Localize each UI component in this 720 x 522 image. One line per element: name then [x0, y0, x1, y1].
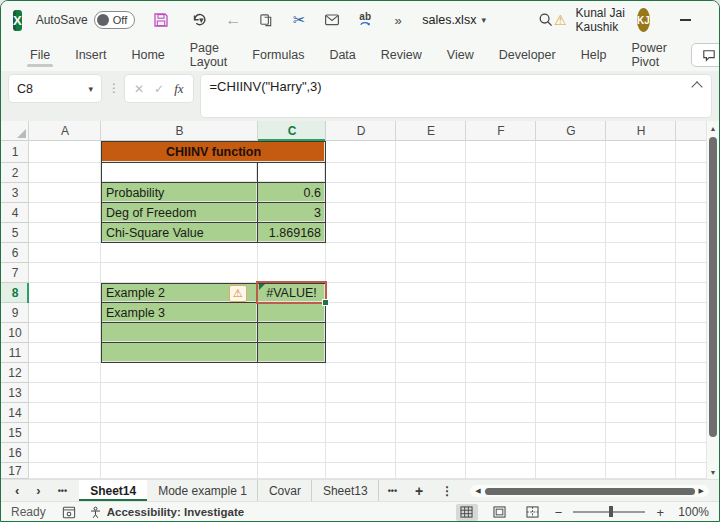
- cell-D4[interactable]: [326, 203, 396, 223]
- cell-F9[interactable]: [466, 303, 536, 323]
- cell-A14[interactable]: [29, 403, 101, 423]
- cell-G1[interactable]: [536, 141, 606, 163]
- horizontal-scroll-thumb[interactable]: [485, 488, 695, 495]
- cell-A3[interactable]: [29, 183, 101, 203]
- cell-B16[interactable]: [101, 443, 258, 463]
- tab-insert[interactable]: Insert: [74, 44, 107, 66]
- cell-C17[interactable]: [258, 463, 326, 479]
- autosave-toggle[interactable]: Off: [94, 11, 135, 29]
- cell-A8[interactable]: [29, 283, 101, 303]
- zoom-slider-thumb[interactable]: [609, 506, 613, 517]
- search-icon[interactable]: [538, 10, 554, 30]
- cell-H3[interactable]: [606, 183, 676, 203]
- cell-D7[interactable]: [326, 263, 396, 283]
- cell-G15[interactable]: [536, 423, 606, 443]
- cell-E11[interactable]: [396, 343, 466, 363]
- cell-C9[interactable]: [258, 303, 326, 323]
- cell-F16[interactable]: [466, 443, 536, 463]
- cell-D16[interactable]: [326, 443, 396, 463]
- cell-E3[interactable]: [396, 183, 466, 203]
- cell-A15[interactable]: [29, 423, 101, 443]
- cell-D5[interactable]: [326, 223, 396, 243]
- vertical-scrollbar[interactable]: ▲ ▼: [706, 121, 719, 479]
- cell-F5[interactable]: [466, 223, 536, 243]
- cell-E8[interactable]: [396, 283, 466, 303]
- cell-H4[interactable]: [606, 203, 676, 223]
- accessibility-label[interactable]: Accessibility: Investigate: [107, 506, 244, 518]
- cell-H2[interactable]: [606, 163, 676, 183]
- cell-F8[interactable]: [466, 283, 536, 303]
- macro-record-icon[interactable]: [62, 506, 76, 519]
- save-icon[interactable]: [151, 10, 171, 30]
- normal-view-button[interactable]: [456, 504, 478, 521]
- cell-G8[interactable]: [536, 283, 606, 303]
- minimize-button[interactable]: [664, 1, 706, 39]
- cell-A16[interactable]: [29, 443, 101, 463]
- cell-D14[interactable]: [326, 403, 396, 423]
- undo-dropdown-icon[interactable]: ▾: [199, 15, 204, 25]
- spelling-icon[interactable]: ab: [355, 10, 375, 30]
- sheet-tab-covar[interactable]: Covar: [258, 480, 312, 501]
- cell-F3[interactable]: [466, 183, 536, 203]
- document-title[interactable]: sales.xlsx ▾: [422, 13, 486, 27]
- avatar[interactable]: KJ: [637, 8, 650, 32]
- cell-F6[interactable]: [466, 243, 536, 263]
- cell-H16[interactable]: [606, 443, 676, 463]
- cell-E17[interactable]: [396, 463, 466, 479]
- cell-D1[interactable]: [326, 141, 396, 163]
- column-header-H[interactable]: H: [606, 121, 676, 141]
- row-header-6[interactable]: 6: [1, 243, 29, 263]
- cell-G3[interactable]: [536, 183, 606, 203]
- sheet-options-icon[interactable]: ⋮: [432, 480, 462, 501]
- row-header-16[interactable]: 16: [1, 443, 29, 463]
- cell-C15[interactable]: [258, 423, 326, 443]
- cell-F14[interactable]: [466, 403, 536, 423]
- cell-H8[interactable]: [606, 283, 676, 303]
- scroll-right-icon[interactable]: ▶: [699, 487, 704, 495]
- cell-E5[interactable]: [396, 223, 466, 243]
- row-header-17[interactable]: 17: [1, 463, 29, 479]
- page-layout-view-button[interactable]: [489, 504, 511, 521]
- cancel-formula-icon[interactable]: ✕: [134, 82, 144, 96]
- cell-E2[interactable]: [396, 163, 466, 183]
- tab-page-layout[interactable]: Page Layout: [189, 37, 229, 73]
- row-header-8[interactable]: 8: [1, 283, 29, 303]
- cell-E6[interactable]: [396, 243, 466, 263]
- cut-icon[interactable]: ✂: [289, 10, 309, 30]
- cell-G4[interactable]: [536, 203, 606, 223]
- cell-G17[interactable]: [536, 463, 606, 479]
- cell-B11[interactable]: [101, 343, 258, 363]
- cell-F13[interactable]: [466, 383, 536, 403]
- cell-B6[interactable]: [101, 243, 258, 263]
- scroll-up-icon[interactable]: ▲: [710, 121, 717, 135]
- cell-B13[interactable]: [101, 383, 258, 403]
- cell-B5[interactable]: Chi-Square Value: [101, 223, 258, 243]
- cell-D3[interactable]: [326, 183, 396, 203]
- cell-E1[interactable]: [396, 141, 466, 163]
- cell-H14[interactable]: [606, 403, 676, 423]
- undo-button[interactable]: ▾: [184, 10, 210, 30]
- error-warning-icon[interactable]: ⚠: [229, 285, 247, 302]
- cell-F12[interactable]: [466, 363, 536, 383]
- tab-help[interactable]: Help: [580, 44, 608, 66]
- cell-E13[interactable]: [396, 383, 466, 403]
- cell-A10[interactable]: [29, 323, 101, 343]
- cell-H10[interactable]: [606, 323, 676, 343]
- row-header-7[interactable]: 7: [1, 263, 29, 283]
- cell-F2[interactable]: [466, 163, 536, 183]
- cell-E7[interactable]: [396, 263, 466, 283]
- cell-H12[interactable]: [606, 363, 676, 383]
- zoom-slider[interactable]: [573, 511, 645, 513]
- cell-E16[interactable]: [396, 443, 466, 463]
- cell-A4[interactable]: [29, 203, 101, 223]
- cell-F1[interactable]: [466, 141, 536, 163]
- cell-A6[interactable]: [29, 243, 101, 263]
- tab-review[interactable]: Review: [380, 44, 423, 66]
- cell-F7[interactable]: [466, 263, 536, 283]
- cell-D8[interactable]: [326, 283, 396, 303]
- formula-input[interactable]: =CHIINV("Harry",3): [201, 75, 711, 117]
- cell-F10[interactable]: [466, 323, 536, 343]
- cell-C4[interactable]: 3: [258, 203, 326, 223]
- more-sheets-icon[interactable]: •••: [379, 480, 406, 501]
- cell-F11[interactable]: [466, 343, 536, 363]
